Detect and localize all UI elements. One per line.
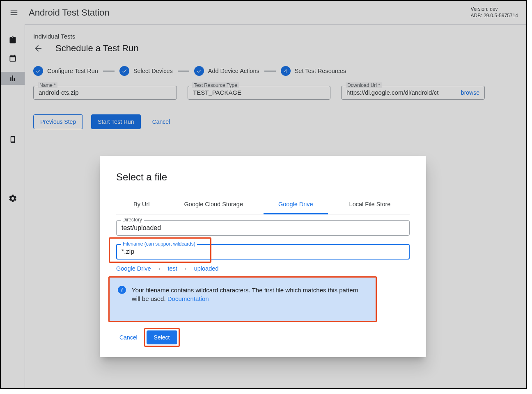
tab-local-store[interactable]: Local File Store xyxy=(340,195,400,214)
menu-icon[interactable] xyxy=(9,8,19,18)
tab-google-drive[interactable]: Google Drive xyxy=(264,195,328,214)
step-label: Add Device Actions xyxy=(208,68,259,74)
field-value: android-cts.zip xyxy=(39,89,172,96)
app-title: Android Test Station xyxy=(29,7,110,18)
filename-input[interactable] xyxy=(122,248,404,255)
dialog-breadcrumbs: Google Drive › test › uploaded xyxy=(116,265,410,272)
type-field[interactable]: Test Resource Type TEST_PACKAGE xyxy=(188,86,330,100)
stepper: Configure Test Run Select Devices Add De… xyxy=(33,66,518,76)
info-message: Your filename contains wildcard characte… xyxy=(132,287,358,302)
bar-chart-icon[interactable] xyxy=(1,72,25,85)
dialog-select-button[interactable]: Select xyxy=(147,330,177,344)
info-banner: i Your filename contains wildcard charac… xyxy=(110,278,376,321)
tab-by-url[interactable]: By Url xyxy=(124,195,158,214)
version-info: Version: dev ADB: 29.0.5-5975714 xyxy=(471,6,518,19)
info-icon: i xyxy=(118,286,126,294)
dialog-tabs: By Url Google Cloud Storage Google Drive… xyxy=(116,195,410,214)
filename-field[interactable]: Filename (can support wildcards) xyxy=(116,244,410,260)
select-file-dialog: Select a file By Url Google Cloud Storag… xyxy=(100,156,426,357)
info-text: Your filename contains wildcard characte… xyxy=(132,286,367,303)
crumb-uploaded[interactable]: uploaded xyxy=(194,265,219,272)
check-icon xyxy=(194,66,204,76)
step-label: Set Test Resources xyxy=(295,68,346,74)
tab-gcs[interactable]: Google Cloud Storage xyxy=(175,195,252,214)
step-number: 4 xyxy=(281,66,291,76)
chevron-right-icon: › xyxy=(185,265,187,272)
connector xyxy=(178,71,189,72)
version-line: Version: dev xyxy=(471,6,518,13)
previous-step-button[interactable]: Previous Step xyxy=(33,114,83,129)
page-title: Schedule a Test Run xyxy=(55,43,139,54)
connector xyxy=(103,71,115,72)
dialog-title: Select a file xyxy=(116,171,410,183)
step-resources[interactable]: 4 Set Test Resources xyxy=(281,66,346,76)
crumb-google-drive[interactable]: Google Drive xyxy=(116,265,151,272)
device-icon[interactable] xyxy=(8,135,17,144)
check-icon xyxy=(33,66,43,76)
step-actions[interactable]: Add Device Actions xyxy=(194,66,259,76)
top-bar: Android Test Station Version: dev ADB: 2… xyxy=(1,1,526,24)
calendar-icon[interactable] xyxy=(8,54,17,63)
documentation-link[interactable]: Documentation xyxy=(167,295,209,302)
field-value: TEST_PACKAGE xyxy=(193,89,325,96)
field-label: Download Url * xyxy=(346,82,382,88)
browse-link[interactable]: browse xyxy=(461,89,479,96)
check-icon xyxy=(119,66,129,76)
step-devices[interactable]: Select Devices xyxy=(119,66,173,76)
gear-icon[interactable] xyxy=(8,194,17,203)
step-configure[interactable]: Configure Test Run xyxy=(33,66,98,76)
field-label: Test Resource Type xyxy=(192,82,239,88)
breadcrumb: Individual Tests xyxy=(33,33,518,40)
adb-line: ADB: 29.0.5-5975714 xyxy=(471,13,518,19)
cancel-button[interactable]: Cancel xyxy=(149,114,174,129)
url-field[interactable]: Download Url * https://dl.google.com/dl/… xyxy=(341,86,485,100)
crumb-test[interactable]: test xyxy=(167,265,177,272)
side-rail xyxy=(1,24,25,388)
dialog-cancel-button[interactable]: Cancel xyxy=(116,330,141,345)
back-arrow-icon[interactable] xyxy=(33,43,43,53)
name-field[interactable]: Name * android-cts.zip xyxy=(33,86,177,100)
chevron-right-icon: › xyxy=(158,265,161,272)
directory-field[interactable]: Directory xyxy=(116,220,410,236)
field-value: https://dl.google.com/dl/android/ct xyxy=(346,89,457,96)
field-label: Name * xyxy=(38,82,57,88)
directory-input[interactable] xyxy=(122,224,404,232)
field-label: Directory xyxy=(121,217,144,223)
connector xyxy=(264,71,276,72)
field-label: Filename (can support wildcards) xyxy=(121,241,197,247)
start-test-run-button[interactable]: Start Test Run xyxy=(91,114,140,129)
clipboard-icon[interactable] xyxy=(8,36,17,45)
step-label: Select Devices xyxy=(133,68,173,74)
step-label: Configure Test Run xyxy=(47,68,98,74)
